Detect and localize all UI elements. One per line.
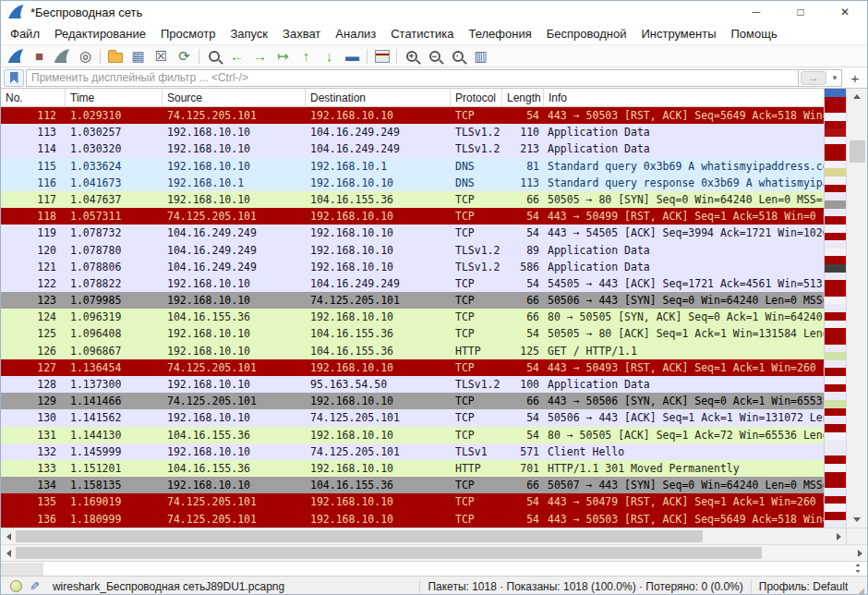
column-header-no[interactable]: No. — [1, 89, 66, 106]
profile-label[interactable]: Профиль: Default — [751, 579, 856, 593]
packet-row[interactable]: 118 1.057311 74.125.205.101 192.168.10.1… — [1, 208, 824, 225]
packet-row[interactable]: 135 1.169019 74.125.205.101 192.168.10.1… — [1, 493, 824, 510]
first-packet-button[interactable]: ↑ — [295, 46, 318, 67]
expert-info-icon[interactable] — [10, 580, 22, 592]
cell-info: Application Data — [544, 242, 824, 259]
close-button[interactable]: ✕ — [823, 1, 867, 23]
packet-row[interactable]: 114 1.030320 192.168.10.10 104.16.249.24… — [1, 140, 824, 157]
packet-row[interactable]: 122 1.078822 192.168.10.10 104.16.249.24… — [1, 275, 824, 292]
column-header-time[interactable]: Time — [66, 89, 163, 106]
cell-source: 192.168.10.10 — [163, 124, 306, 140]
cell-source: 74.125.205.101 — [163, 107, 306, 124]
packet-row[interactable]: 127 1.136454 74.125.205.101 192.168.10.1… — [1, 359, 824, 376]
packet-row[interactable]: 120 1.078780 104.16.249.249 192.168.10.1… — [1, 242, 824, 259]
open-file-button[interactable] — [103, 46, 127, 67]
packet-row[interactable]: 125 1.096408 192.168.10.10 104.16.155.36… — [1, 325, 824, 342]
colorize-button[interactable] — [370, 46, 393, 67]
packet-minimap[interactable] — [824, 89, 846, 528]
stop-capture-button[interactable]: ■ — [28, 46, 51, 67]
minimize-button[interactable]: ─ — [734, 1, 778, 23]
packet-row[interactable]: 115 1.033624 192.168.10.10 192.168.10.1 … — [1, 158, 824, 175]
packet-row[interactable]: 112 1.029310 74.125.205.101 192.168.10.1… — [1, 107, 824, 124]
cell-length: 54 — [502, 208, 544, 225]
packet-row[interactable]: 121 1.078806 104.16.249.249 192.168.10.1… — [1, 259, 824, 275]
capture-options-button[interactable]: ◎ — [74, 46, 97, 67]
go-to-packet-button[interactable]: ↦ — [271, 46, 295, 67]
column-header-length[interactable]: Length — [502, 89, 544, 106]
minimap-stripe — [825, 121, 846, 129]
packet-row[interactable]: 130 1.141562 192.168.10.10 74.125.205.10… — [1, 409, 824, 426]
save-file-button[interactable]: ▦ — [127, 46, 150, 67]
packet-row[interactable]: 129 1.141466 74.125.205.101 192.168.10.1… — [1, 393, 824, 409]
scroll-left-arrow-icon[interactable] — [1, 528, 16, 544]
menu-tools[interactable]: Инструменты — [633, 24, 723, 43]
filter-dropdown-caret[interactable]: ▾ — [828, 73, 841, 82]
resize-columns-button[interactable]: ▥ — [469, 46, 492, 67]
cell-no: 130 — [1, 409, 66, 426]
column-header-info[interactable]: Info — [544, 89, 824, 106]
cell-info: 80 → 50505 [SYN, ACK] Seq=0 Ack=1 Win=64… — [544, 309, 824, 325]
menu-telephony[interactable]: Телефония — [461, 24, 538, 43]
zoom-reset-button[interactable]: · — [446, 46, 469, 67]
pane-hscroll-thumb[interactable] — [16, 547, 762, 559]
add-filter-button[interactable]: + — [846, 69, 864, 87]
menu-statistics[interactable]: Статистика — [383, 24, 461, 43]
last-packet-button[interactable]: ↓ — [318, 46, 341, 67]
pane-scroll-right-arrow-icon[interactable] — [852, 545, 867, 561]
packet-row[interactable]: 119 1.078732 104.16.249.249 192.168.10.1… — [1, 225, 824, 241]
go-forward-button[interactable]: → — [248, 46, 271, 67]
packet-row[interactable]: 126 1.096867 192.168.10.10 104.16.155.36… — [1, 343, 824, 359]
scroll-down-arrow-icon[interactable] — [847, 512, 867, 528]
packet-row[interactable]: 123 1.079985 192.168.10.10 74.125.205.10… — [1, 292, 824, 309]
menu-view[interactable]: Просмотр — [153, 24, 223, 43]
auto-scroll-button[interactable]: ▬ — [341, 46, 364, 67]
cell-time: 1.096867 — [66, 343, 163, 359]
zoom-in-button[interactable]: + — [400, 46, 423, 67]
restart-capture-button[interactable] — [51, 46, 74, 67]
display-filter-input[interactable] — [26, 69, 798, 87]
menu-edit[interactable]: Редактирование — [47, 24, 153, 43]
packet-row[interactable]: 133 1.151201 104.16.155.36 192.168.10.10… — [1, 460, 824, 477]
menu-file[interactable]: Файл — [3, 24, 47, 43]
zoom-out-button[interactable]: − — [423, 46, 446, 67]
packet-row[interactable]: 113 1.030257 192.168.10.10 104.16.249.24… — [1, 124, 824, 140]
scroll-up-arrow-icon[interactable] — [847, 89, 867, 104]
start-capture-button[interactable] — [5, 46, 28, 67]
cell-info: 50506 → 443 [SYN] Seq=0 Win=64240 Len=0 … — [544, 292, 824, 309]
menu-wireless[interactable]: Беспроводной — [539, 24, 634, 43]
capture-comment-icon[interactable]: ✎ — [30, 579, 40, 593]
maximize-button[interactable]: □ — [778, 1, 823, 23]
list-horizontal-scrollbar[interactable] — [1, 528, 867, 544]
vertical-scrollbar-thumb[interactable] — [850, 140, 865, 163]
resize-grip-icon[interactable]: ◢ — [855, 586, 867, 595]
filter-bookmark-button[interactable] — [4, 69, 24, 87]
packet-row[interactable]: 132 1.145999 192.168.10.10 74.125.205.10… — [1, 443, 824, 460]
packet-row[interactable]: 116 1.041673 192.168.10.1 192.168.10.10 … — [1, 175, 824, 191]
list-hscroll-thumb[interactable] — [16, 530, 703, 542]
cell-info: 443 → 50493 [RST, ACK] Seq=1 Ack=1 Win=2… — [544, 359, 824, 376]
menu-help[interactable]: Помощь — [724, 24, 785, 43]
reload-file-button[interactable]: ⟳ — [173, 46, 196, 67]
pane-scroll-left-arrow-icon[interactable] — [1, 545, 16, 561]
column-header-source[interactable]: Source — [163, 89, 306, 106]
menu-analyze[interactable]: Анализ — [328, 24, 383, 43]
find-packet-button[interactable] — [202, 46, 225, 67]
packet-row[interactable]: 136 1.180999 74.125.205.101 192.168.10.1… — [1, 511, 824, 528]
menu-capture[interactable]: Захват — [275, 24, 328, 43]
detail-pane-scroll-icons[interactable] — [854, 563, 862, 574]
packet-row[interactable]: 124 1.096319 104.16.155.36 192.168.10.10… — [1, 309, 824, 325]
apply-filter-button[interactable]: → — [801, 71, 826, 85]
packet-row[interactable]: 128 1.137300 192.168.10.10 95.163.54.50 … — [1, 376, 824, 393]
scroll-right-arrow-icon[interactable] — [831, 528, 846, 544]
cell-length: 113 — [502, 175, 544, 191]
menu-go[interactable]: Запуск — [223, 24, 275, 43]
vertical-scrollbar[interactable] — [846, 89, 867, 528]
packet-row[interactable]: 131 1.144130 104.16.155.36 192.168.10.10… — [1, 427, 824, 443]
column-header-protocol[interactable]: Protocol — [451, 89, 502, 106]
close-file-button[interactable]: ☒ — [150, 46, 173, 67]
go-back-button[interactable]: ← — [225, 46, 248, 67]
packet-row[interactable]: 134 1.158135 192.168.10.10 104.16.155.36… — [1, 477, 824, 493]
packet-row[interactable]: 117 1.047637 192.168.10.10 104.16.155.36… — [1, 191, 824, 208]
pane-horizontal-scrollbar[interactable] — [1, 544, 867, 561]
column-header-destination[interactable]: Destination — [306, 89, 451, 106]
